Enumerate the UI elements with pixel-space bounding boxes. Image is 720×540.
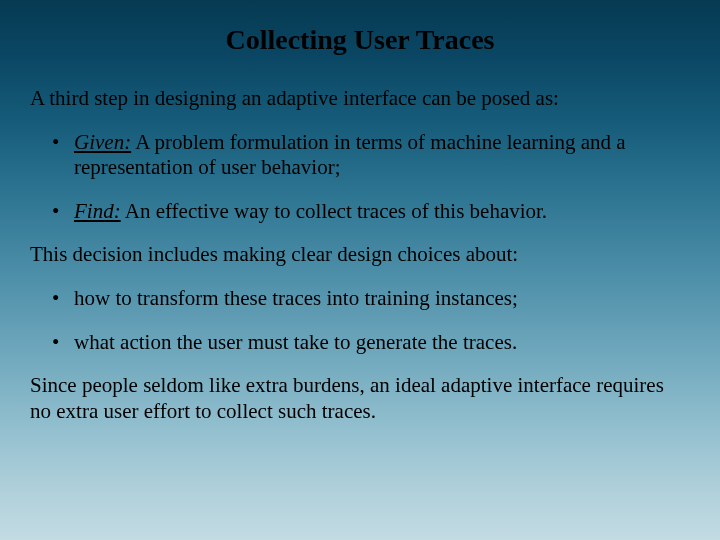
bullet-list-1: Given: A problem formulation in terms of… xyxy=(30,130,690,225)
closing-paragraph: Since people seldom like extra burdens, … xyxy=(30,373,690,424)
slide: Collecting User Traces A third step in d… xyxy=(0,0,720,540)
bullet-lead: Find: xyxy=(74,199,121,223)
middle-paragraph: This decision includes making clear desi… xyxy=(30,242,690,268)
bullet-lead: Given: xyxy=(74,130,131,154)
intro-paragraph: A third step in designing an adaptive in… xyxy=(30,86,690,112)
bullet-list-2: how to transform these traces into train… xyxy=(30,286,690,355)
bullet-rest: A problem formulation in terms of machin… xyxy=(74,130,626,180)
list-item: how to transform these traces into train… xyxy=(52,286,690,312)
bullet-rest: An effective way to collect traces of th… xyxy=(121,199,547,223)
list-item: Find: An effective way to collect traces… xyxy=(52,199,690,225)
list-item: Given: A problem formulation in terms of… xyxy=(52,130,690,181)
slide-title: Collecting User Traces xyxy=(30,24,690,56)
list-item: what action the user must take to genera… xyxy=(52,330,690,356)
